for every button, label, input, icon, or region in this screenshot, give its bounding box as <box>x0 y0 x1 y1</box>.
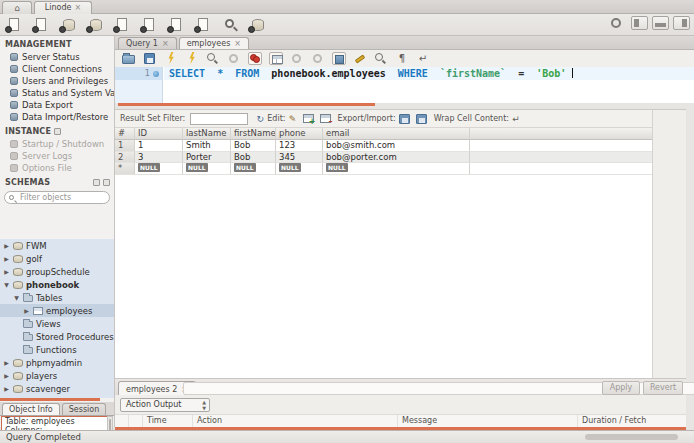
sidebar-item-server-status[interactable]: Server Status <box>0 51 114 63</box>
chevron-right-icon[interactable]: ▶ <box>3 242 10 249</box>
open-file-icon[interactable] <box>122 52 136 65</box>
tab-session[interactable]: Session <box>62 403 107 415</box>
wrap-cell-content-icon[interactable]: ↵ <box>509 113 523 125</box>
column-header-lastname[interactable]: lastName <box>183 128 231 140</box>
search-table-data-icon[interactable] <box>221 17 238 33</box>
result-side-panel[interactable] <box>652 128 686 378</box>
cell-id[interactable]: 3 <box>135 152 183 164</box>
row-number[interactable]: 1 <box>115 140 135 152</box>
chevron-right-icon[interactable]: ▶ <box>3 268 10 275</box>
revert-button[interactable]: Revert <box>643 381 683 395</box>
tree-node-tables[interactable]: ▼ Tables <box>0 291 114 304</box>
tree-node-views[interactable]: Views <box>0 317 114 330</box>
create-function-icon[interactable] <box>194 17 211 33</box>
explain-query-icon[interactable] <box>206 52 220 65</box>
schemas-expand-icon[interactable] <box>93 179 100 186</box>
horizontal-scrollbar[interactable] <box>585 434 678 440</box>
sidebar-item-data-import[interactable]: Data Import/Restore <box>0 111 114 123</box>
column-header-email[interactable]: email <box>323 128 470 140</box>
connection-tab-linode[interactable]: Linode × <box>34 1 92 14</box>
chevron-down-icon[interactable]: ▼ <box>13 294 20 301</box>
sidebar-item-options-file[interactable]: Options File <box>0 162 114 174</box>
result-filter-input[interactable] <box>190 113 248 125</box>
save-script-icon[interactable] <box>143 52 157 65</box>
cell-firstname[interactable]: Bob <box>231 152 276 164</box>
row-number[interactable]: 2 <box>115 152 135 164</box>
autocommit-toggle-icon[interactable] <box>332 52 346 65</box>
cell-email[interactable]: bob@porter.com <box>323 152 470 164</box>
column-header-time[interactable]: Time <box>143 415 193 427</box>
tree-node-employees[interactable]: ▶ employees <box>0 304 114 317</box>
schema-node-scavenger[interactable]: ▶ scavenger <box>0 382 114 395</box>
tree-node-functions[interactable]: Functions <box>0 343 114 356</box>
chevron-right-icon[interactable]: ▶ <box>23 307 30 314</box>
column-header-phone[interactable]: phone <box>276 128 323 140</box>
sidebar-item-data-export[interactable]: Data Export <box>0 99 114 111</box>
chevron-down-icon[interactable]: ▼ <box>3 281 10 288</box>
chevron-right-icon[interactable]: ▶ <box>3 255 10 262</box>
sidebar-item-status-system-variables[interactable]: Status and System Variables <box>0 87 114 99</box>
spinner-icon[interactable]: ▲▼ <box>202 399 206 411</box>
cell-lastname[interactable]: Porter <box>183 152 231 164</box>
sidebar-item-client-connections[interactable]: Client Connections <box>0 63 114 75</box>
column-header-duration[interactable]: Duration / Fetch <box>578 415 686 427</box>
schema-node-fwm[interactable]: ▶ FWM <box>0 239 114 252</box>
schema-node-golf[interactable]: ▶ golf <box>0 252 114 265</box>
row-number[interactable]: * <box>115 163 135 175</box>
column-header-message[interactable]: Message <box>398 415 578 427</box>
column-header-rownum[interactable]: # <box>115 128 135 140</box>
rollback-icon[interactable] <box>311 52 325 65</box>
cell-id[interactable]: 1 <box>135 140 183 152</box>
cell-phone[interactable]: 345 <box>276 152 323 164</box>
beautify-script-icon[interactable] <box>353 52 367 65</box>
execute-query-icon[interactable] <box>164 52 178 65</box>
schema-node-players[interactable]: ▶ players <box>0 369 114 382</box>
home-tab[interactable]: ⌂ <box>2 1 32 14</box>
toggle-bottom-panel-button[interactable] <box>652 16 669 30</box>
schemas-refresh-icon[interactable] <box>103 179 110 186</box>
add-row-icon[interactable] <box>303 114 314 123</box>
toggle-left-panel-button[interactable] <box>631 16 648 30</box>
schema-node-groupschedule[interactable]: ▶ groupSchedule <box>0 265 114 278</box>
edit-record-icon[interactable]: ✎ <box>286 113 300 125</box>
tab-object-info[interactable]: Object Info <box>2 403 60 415</box>
limit-rows-toggle-icon[interactable] <box>269 52 283 65</box>
cell-lastname[interactable]: Smith <box>183 140 231 152</box>
export-recordset-icon[interactable] <box>399 114 410 124</box>
create-table-icon[interactable] <box>113 17 130 33</box>
db-inspector-icon[interactable] <box>59 17 76 33</box>
sql-editor[interactable]: 1 SELECT * FROM phonebook.employees WHER… <box>115 67 694 103</box>
tab-query-1[interactable]: Query 1 × <box>118 37 177 49</box>
create-procedure-icon[interactable] <box>167 17 184 33</box>
cell-firstname[interactable]: Bob <box>231 140 276 152</box>
open-sql-script-icon[interactable] <box>32 17 49 33</box>
import-records-icon[interactable] <box>416 114 427 124</box>
invisible-characters-icon[interactable]: ¶ <box>395 52 409 65</box>
execute-current-statement-icon[interactable] <box>185 52 199 65</box>
apply-button[interactable]: Apply <box>602 381 640 395</box>
sidebar-item-users-privileges[interactable]: Users and Privileges <box>0 75 114 87</box>
create-schema-icon[interactable] <box>86 17 103 33</box>
schema-filter-input[interactable] <box>20 193 100 203</box>
cell-phone[interactable]: 123 <box>276 140 323 152</box>
new-sql-editor-icon[interactable] <box>5 17 22 33</box>
schema-node-phonebook[interactable]: ▼ phonebook <box>0 278 114 291</box>
chevron-right-icon[interactable]: ▶ <box>3 359 10 366</box>
wrap-text-icon[interactable]: ↵ <box>416 52 430 65</box>
delete-row-icon[interactable] <box>320 114 331 123</box>
sidebar-item-server-logs[interactable]: Server Logs <box>0 150 114 162</box>
column-header-action[interactable]: Action <box>193 415 398 427</box>
close-icon[interactable]: × <box>162 39 169 48</box>
refresh-icon[interactable]: ↻ <box>253 113 267 125</box>
create-view-icon[interactable] <box>140 17 157 33</box>
sidebar-item-startup-shutdown[interactable]: Startup / Shutdown <box>0 138 114 150</box>
tab-employees[interactable]: employees × <box>179 37 249 49</box>
tree-node-stored-procedures[interactable]: Stored Procedures <box>0 330 114 343</box>
commit-icon[interactable] <box>290 52 304 65</box>
schema-node-phpmyadmin[interactable]: ▶ phpmyadmin <box>0 356 114 369</box>
output-selector[interactable]: Action Output ▲▼ <box>120 398 210 412</box>
cell-email[interactable]: bob@smith.com <box>323 140 470 152</box>
stop-on-error-toggle-icon[interactable] <box>248 52 262 65</box>
close-icon[interactable]: × <box>234 39 241 48</box>
toggle-right-panel-button[interactable] <box>673 16 690 30</box>
